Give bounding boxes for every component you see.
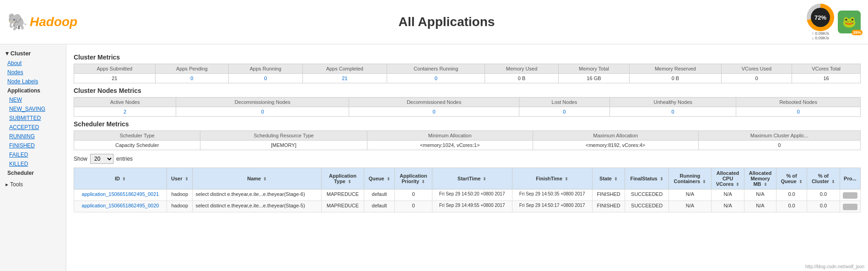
- scheduler-metrics-title: Scheduler Metrics: [74, 120, 861, 128]
- cluster-nodes-metrics-title: Cluster Nodes Metrics: [74, 87, 861, 94]
- th-finish-time[interactable]: FinishTime ⇕: [512, 168, 592, 190]
- th-user[interactable]: User ⇕: [167, 168, 193, 190]
- th-progress: Pro...: [840, 168, 860, 190]
- cell-final-status: SUCCEEDED: [625, 190, 669, 201]
- gauge-inner: 72%: [811, 8, 830, 27]
- cell-start-time: Fri Sep 29 14:49:55 +0800 2017: [432, 201, 512, 212]
- show-label: Show: [74, 156, 87, 162]
- applications-table: ID ⇕ User ⇕ Name ⇕ ApplicationType ⇕ Que…: [74, 168, 861, 212]
- th-queue[interactable]: Queue ⇕: [364, 168, 394, 190]
- containers-sort-icon: ⇕: [702, 179, 706, 184]
- th-pct-cluster[interactable]: % ofCluster ⇕: [807, 168, 840, 190]
- col-apps-submitted: Apps Submitted: [74, 64, 156, 74]
- col-memory-reserved: Memory Reserved: [630, 64, 721, 74]
- th-application-priority[interactable]: ApplicationPriority ⇕: [395, 168, 432, 190]
- gauge-widget: 72% ↑ 0.09K/s ↓ 0.09K/s: [807, 4, 834, 40]
- col-rebooted-nodes: Rebooted Nodes: [736, 98, 861, 107]
- id-sort-icon: ⇕: [122, 177, 126, 181]
- th-id[interactable]: ID ⇕: [74, 168, 167, 190]
- scheduler-metrics-table: Scheduler Type Scheduling Resource Type …: [74, 130, 861, 150]
- cell-running-containers: N/A: [669, 190, 711, 201]
- val-memory-total: 16 GB: [558, 74, 629, 83]
- th-running-containers[interactable]: RunningContainers ⇕: [669, 168, 711, 190]
- sidebar-tools-label[interactable]: Tools: [10, 181, 23, 188]
- col-active-nodes: Active Nodes: [74, 98, 176, 107]
- cell-pct-queue: 0.0: [776, 190, 807, 201]
- th-final-status[interactable]: FinalStatus ⇕: [625, 168, 669, 190]
- th-application-type[interactable]: ApplicationType ⇕: [321, 168, 364, 190]
- sidebar-item-running[interactable]: RUNNING: [0, 132, 66, 141]
- val-apps-completed[interactable]: 21: [302, 74, 387, 83]
- sidebar-item-accepted[interactable]: ACCEPTED: [0, 123, 66, 132]
- val-containers-running[interactable]: 0: [387, 74, 485, 83]
- elephant-icon: 🐘: [7, 12, 28, 32]
- cell-id[interactable]: application_1506651862495_0021: [74, 190, 167, 201]
- cell-name: select distinct e.theyear,e.ite...e.they…: [193, 190, 321, 201]
- col-scheduling-resource-type: Scheduling Resource Type: [200, 131, 367, 141]
- val-rebooted-nodes[interactable]: 0: [736, 107, 861, 117]
- cell-name: select distinct e.theyear,e.ite...e.they…: [193, 201, 321, 212]
- val-apps-running[interactable]: 0: [229, 74, 303, 83]
- cell-app-type: MAPREDUCE: [321, 201, 364, 212]
- cell-finish-time: Fri Sep 29 14:50:17 +0800 2017: [512, 201, 592, 212]
- val-vcores-total: 16: [792, 74, 861, 83]
- sidebar-applications-label: Applications: [0, 86, 66, 95]
- col-unhealthy-nodes: Unhealthy Nodes: [609, 98, 736, 107]
- sidebar-item-killed[interactable]: KILLED: [0, 159, 66, 168]
- logo: 🐘 Hadoop: [7, 12, 77, 32]
- cell-id[interactable]: application_1506651862495_0020: [74, 201, 167, 212]
- cell-state: FINISHED: [592, 190, 625, 201]
- entries-select[interactable]: 10 20 50 100: [90, 154, 113, 164]
- val-unhealthy-nodes[interactable]: 0: [609, 107, 736, 117]
- sidebar-item-nodes[interactable]: Nodes: [0, 68, 66, 77]
- sidebar-scheduler-label[interactable]: Scheduler: [0, 168, 66, 178]
- cell-final-status: SUCCEEDED: [625, 201, 669, 212]
- th-name[interactable]: Name ⇕: [193, 168, 321, 190]
- val-active-nodes[interactable]: 2: [74, 107, 176, 117]
- cell-queue: default: [364, 201, 394, 212]
- th-alloc-mem[interactable]: AllocatedMemoryMB ⇕: [744, 168, 776, 190]
- val-maximum-allocation: <memory:8192, vCores:4>: [533, 141, 698, 150]
- sidebar-item-failed[interactable]: FAILED: [0, 150, 66, 159]
- val-decommissioning-nodes[interactable]: 0: [176, 107, 349, 117]
- col-apps-running: Apps Running: [229, 64, 303, 74]
- sidebar-cluster[interactable]: Cluster: [0, 48, 66, 59]
- th-alloc-cpu[interactable]: AllocatedCPUVCores ⇕: [712, 168, 744, 190]
- table-row: application_1506651862495_0020 hadoop se…: [74, 201, 861, 212]
- main-content: Cluster Metrics Apps Submitted Apps Pend…: [66, 44, 868, 271]
- finalstatus-sort-icon: ⇕: [660, 177, 663, 181]
- starttime-sort-icon: ⇕: [483, 177, 486, 181]
- sidebar-tools[interactable]: ▸ Tools: [0, 181, 66, 188]
- entries-label: entries: [116, 156, 133, 162]
- cell-pct-cluster: 0.0: [807, 190, 840, 201]
- download-speed: ↓ 0.09K/s: [812, 36, 829, 40]
- cluster-metrics-table: Apps Submitted Apps Pending Apps Running…: [74, 64, 861, 83]
- sidebar-item-finished[interactable]: FINISHED: [0, 141, 66, 150]
- col-maximum-cluster-applic: Maximum Cluster Applic...: [698, 131, 860, 141]
- val-decommissioned-nodes[interactable]: 0: [349, 107, 519, 117]
- sidebar-item-about[interactable]: About: [0, 59, 66, 68]
- th-pct-queue[interactable]: % ofQueue ⇕: [776, 168, 807, 190]
- col-maximum-allocation: Maximum Allocation: [533, 131, 698, 141]
- show-entries-row: Show 10 20 50 100 entries: [74, 154, 861, 164]
- cell-priority: 0: [395, 201, 432, 212]
- val-scheduler-type: Capacity Scheduler: [74, 141, 200, 150]
- val-lost-nodes[interactable]: 0: [519, 107, 609, 117]
- val-memory-used: 0 B: [485, 74, 558, 83]
- sidebar-item-submitted[interactable]: SUBMITTED: [0, 114, 66, 123]
- sidebar-item-new-saving[interactable]: NEW_SAVING: [0, 104, 66, 114]
- page-title: All Applications: [86, 15, 807, 29]
- th-state[interactable]: State ⇕: [592, 168, 625, 190]
- val-apps-pending[interactable]: 0: [155, 74, 228, 83]
- cell-alloc-cpu: N/A: [712, 190, 744, 201]
- cell-finish-time: Fri Sep 29 14:50:35 +0800 2017: [512, 190, 592, 201]
- col-vcores-used: VCores Used: [721, 64, 792, 74]
- sidebar-item-node-labels[interactable]: Node Labels: [0, 77, 66, 86]
- cell-running-containers: N/A: [669, 201, 711, 212]
- val-maximum-cluster-applic: 0: [698, 141, 860, 150]
- user-sort-icon: ⇕: [185, 177, 189, 181]
- sidebar: Cluster About Nodes Node Labels Applicat…: [0, 44, 66, 271]
- th-start-time[interactable]: StartTime ⇕: [432, 168, 512, 190]
- frog-widget: 🐸 39%: [838, 11, 861, 33]
- sidebar-item-new[interactable]: NEW: [0, 95, 66, 104]
